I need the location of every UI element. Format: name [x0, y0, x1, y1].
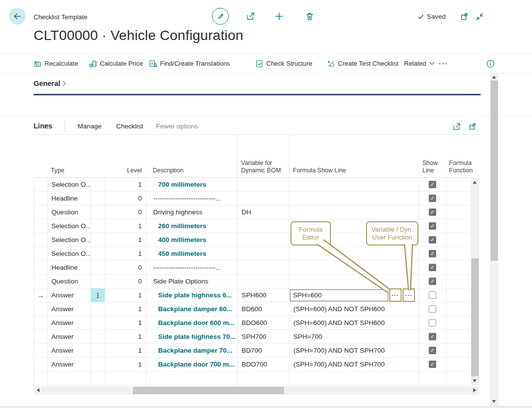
row-select-cell[interactable]	[34, 192, 47, 205]
show-line-checkbox[interactable]	[429, 291, 436, 299]
table-row[interactable]: Question0Driving highnessDH✓	[34, 205, 471, 219]
variable-cell[interactable]: DH	[238, 205, 289, 219]
variable-cell[interactable]	[238, 219, 289, 233]
level-cell[interactable]: 1	[105, 302, 146, 316]
description-cell[interactable]: Side Plate Options	[146, 275, 238, 288]
type-cell[interactable]: Answer	[47, 316, 91, 329]
row-options-cell[interactable]	[91, 371, 105, 385]
column-header-description[interactable]: Description	[153, 167, 184, 174]
open-in-new-window-button[interactable]	[460, 12, 469, 21]
show-line-checkbox[interactable]: ✓	[429, 361, 436, 368]
scroll-left-arrow[interactable]	[37, 388, 40, 392]
level-cell[interactable]: 1	[105, 178, 146, 191]
show-line-checkbox[interactable]: ✓	[429, 264, 436, 271]
formula-cell[interactable]: SPH=700	[289, 330, 419, 343]
show-line-checkbox[interactable]: ✓	[429, 347, 436, 354]
row-select-cell[interactable]	[34, 302, 47, 316]
table-row[interactable]: Selection O...1700 millimeters✓	[34, 178, 471, 192]
show-line-cell[interactable]: ✓	[419, 358, 447, 371]
variable-cell[interactable]	[238, 371, 289, 385]
type-cell[interactable]: Headline	[47, 192, 91, 205]
column-header-formula-show-line[interactable]: Formula Show Line	[293, 167, 346, 174]
show-line-checkbox[interactable]: ✓	[429, 195, 436, 202]
formula-function-cell[interactable]	[447, 371, 471, 385]
formula-cell[interactable]	[289, 247, 419, 260]
page-vscroll-thumb[interactable]	[491, 81, 498, 261]
description-cell[interactable]: 450 millimeters	[146, 247, 238, 260]
formula-function-cell[interactable]	[447, 178, 471, 191]
formula-function-cell[interactable]	[447, 261, 471, 274]
share-button[interactable]	[246, 11, 255, 21]
formula-show-line-input[interactable]	[290, 289, 388, 301]
row-select-cell[interactable]	[34, 358, 47, 371]
formula-function-cell[interactable]	[447, 316, 471, 329]
row-options-cell[interactable]	[91, 219, 105, 233]
level-cell[interactable]: 1	[105, 288, 146, 302]
show-line-cell[interactable]: ✓	[419, 330, 447, 343]
formula-function-cell[interactable]	[447, 233, 471, 246]
type-cell[interactable]: Question	[47, 205, 91, 219]
scroll-right-arrow[interactable]	[473, 388, 476, 392]
level-cell[interactable]: 1	[105, 219, 146, 233]
table-row[interactable]: Question0Side Plate Options✓	[34, 275, 471, 288]
table-horizontal-scrollbar[interactable]	[34, 386, 479, 395]
row-options-cell[interactable]	[91, 205, 105, 219]
column-header-show-line[interactable]: Show Line	[422, 160, 443, 174]
table-row[interactable]: Answer1Backplane door 600 m...BDO600(SPH…	[34, 316, 471, 330]
table-row[interactable]: Answer1Backplane damper 70...BD700(SPH=7…	[34, 344, 471, 358]
collapse-button[interactable]	[475, 12, 485, 22]
formula-function-cell[interactable]	[447, 205, 471, 219]
check-structure-button[interactable]: Check Structure	[255, 54, 312, 73]
description-cell[interactable]: ----------------------------...	[146, 261, 238, 274]
show-line-checkbox[interactable]: ✓	[429, 333, 436, 340]
description-cell[interactable]: Backplane door 700 m...	[146, 358, 238, 371]
formula-cell[interactable]: (SPH=600) AND NOT SPH600	[289, 302, 419, 316]
row-select-cell[interactable]	[34, 233, 47, 246]
formula-function-cell[interactable]	[447, 302, 471, 316]
variable-cell[interactable]: BD700	[238, 344, 289, 357]
scroll-up-arrow[interactable]	[473, 181, 477, 184]
type-cell[interactable]: Question	[47, 275, 91, 288]
related-menu-button[interactable]: Related	[404, 54, 435, 73]
table-row[interactable]: Answer1Backplane damper 60...BD600(SPH=6…	[34, 302, 471, 316]
formula-cell[interactable]: (SPH=700) AND NOT SPH700	[289, 358, 419, 371]
show-line-cell[interactable]	[419, 371, 447, 385]
description-cell[interactable]: Backplane door 600 m...	[146, 316, 238, 329]
level-cell[interactable]: 0	[105, 275, 146, 288]
variable-cell[interactable]: BDO700	[238, 358, 289, 371]
level-cell[interactable]	[105, 371, 146, 385]
level-cell[interactable]: 1	[105, 358, 146, 371]
row-options-cell[interactable]	[91, 261, 105, 274]
formula-cell[interactable]	[289, 192, 419, 205]
row-select-cell[interactable]	[34, 219, 47, 233]
lines-menu-checklist[interactable]: Checklist	[116, 122, 143, 130]
description-cell[interactable]: Side plate highness 70...	[146, 330, 238, 343]
description-cell[interactable]	[146, 371, 238, 385]
variable-cell[interactable]	[238, 178, 289, 191]
lines-popout-button[interactable]	[468, 122, 477, 131]
lines-share-button[interactable]	[452, 122, 461, 131]
description-cell[interactable]: 260 millimeters	[146, 219, 238, 233]
scroll-down-arrow[interactable]	[492, 400, 496, 403]
create-test-checklist-button[interactable]: Create Test Checklist	[327, 54, 399, 73]
delete-button[interactable]	[305, 11, 315, 21]
lines-menu-fewer-options[interactable]: Fewer options	[156, 122, 198, 130]
formula-cell[interactable]: ······	[289, 288, 419, 302]
type-cell[interactable]: Answer	[47, 330, 91, 343]
description-cell[interactable]: ----------------------------...	[146, 192, 238, 205]
column-header-level[interactable]: Level	[105, 167, 142, 174]
variable-cell[interactable]	[238, 247, 289, 260]
scroll-down-arrow[interactable]	[473, 379, 477, 382]
formula-function-cell[interactable]	[447, 247, 471, 260]
type-cell[interactable]: Selection O...	[47, 247, 91, 260]
description-cell[interactable]: 400 millimeters	[146, 233, 238, 246]
variable-cell[interactable]: BD600	[238, 302, 289, 316]
type-cell[interactable]: Answer	[47, 344, 91, 357]
show-line-cell[interactable]: ✓	[419, 233, 447, 246]
formula-function-cell[interactable]	[447, 344, 471, 357]
page-vertical-scrollbar[interactable]	[490, 73, 498, 406]
show-line-cell[interactable]: ✓	[419, 205, 447, 219]
variable-cell[interactable]	[238, 261, 289, 274]
formula-function-cell[interactable]	[447, 219, 471, 233]
formula-cell[interactable]	[289, 275, 419, 288]
